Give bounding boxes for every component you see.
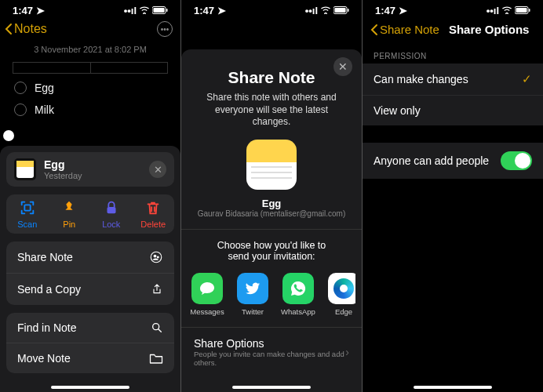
modal-title: Share Note — [192, 68, 351, 87]
screen-share-options: 1:47➤ ••ıl Share Note Share Options Perm… — [363, 0, 543, 392]
app-label: Edge — [335, 307, 352, 316]
share-modal: ✕ Share Note Share this note with others… — [181, 49, 362, 392]
permission-group: Can make changes✓ View only — [363, 64, 543, 125]
home-indicator[interactable] — [232, 386, 311, 389]
svg-point-10 — [157, 256, 159, 259]
note-timestamp: 3 November 2021 at 8:02 PM — [0, 40, 180, 59]
edge-icon — [333, 278, 354, 299]
move-label: Move Note — [17, 352, 71, 365]
share-note-row[interactable]: Share Note — [6, 241, 174, 274]
move-note-row[interactable]: Move Note — [6, 343, 174, 373]
checklist-label: Egg — [35, 82, 54, 94]
pin-button[interactable]: Pin — [49, 199, 91, 229]
edge-app[interactable]: Edge — [324, 273, 355, 316]
wifi-icon — [320, 5, 331, 16]
note-thumb-icon — [14, 158, 36, 180]
whatsapp-icon — [289, 279, 308, 298]
checkbox-icon[interactable] — [14, 103, 27, 116]
share-note-label: Share Note — [17, 251, 73, 263]
search-icon — [151, 321, 163, 334]
quick-actions: Scan Pin Lock Delete — [6, 194, 174, 234]
status-bar: 1:47➤ ••ıl — [0, 0, 180, 18]
back-button[interactable]: Share Note — [370, 23, 439, 36]
send-copy-label: Send a Copy — [17, 283, 81, 296]
back-button[interactable]: Notes — [5, 22, 47, 36]
anyone-add-toggle[interactable] — [501, 151, 532, 170]
battery-icon — [333, 5, 349, 16]
whatsapp-app[interactable]: WhatsApp — [279, 273, 318, 316]
status-bar: 1:47➤ ••ıl — [181, 0, 362, 18]
screen-share-note: 1:47➤ ••ıl ✕ Share Note Share this note … — [181, 0, 362, 392]
status-time: 1:47 — [194, 5, 214, 16]
share-apps-row: Messages Twitter WhatsApp Edge — [188, 268, 355, 322]
perm-can-change-row[interactable]: Can make changes✓ — [363, 64, 543, 96]
signal-icon: ••ıl — [305, 5, 318, 16]
lock-button[interactable]: Lock — [90, 199, 133, 229]
scan-button[interactable]: Scan — [6, 199, 49, 229]
sheet-header: Egg Yesterday ✕ — [6, 152, 174, 187]
status-time: 1:47 — [375, 5, 395, 16]
perm-view-only-label: View only — [374, 104, 421, 117]
back-label: Share Note — [380, 23, 439, 36]
screen-note-contextmenu: 1:47➤ ••ıl Notes ••• 3 November 2021 at … — [0, 0, 180, 392]
wifi-icon — [139, 5, 150, 16]
anyone-add-row: Anyone can add people — [363, 143, 543, 179]
app-label: Twitter — [242, 307, 264, 316]
collaborate-icon — [149, 250, 163, 264]
empty-table — [13, 62, 168, 74]
svg-rect-16 — [516, 8, 527, 13]
home-indicator[interactable] — [51, 386, 129, 389]
perm-view-only-row[interactable]: View only — [363, 96, 543, 125]
back-label: Notes — [14, 22, 47, 36]
page-title: Share Options — [449, 23, 530, 36]
checklist-item[interactable]: Egg — [0, 77, 180, 99]
status-bar: 1:47➤ ••ıl — [363, 0, 543, 18]
sheet-title: Egg — [44, 158, 82, 171]
status-time: 1:47 — [13, 5, 33, 16]
share-icon — [151, 282, 163, 296]
share-options-subtitle: People you invite can make changes and a… — [194, 350, 345, 367]
close-button[interactable]: ✕ — [149, 161, 166, 178]
close-button[interactable]: ✕ — [333, 57, 352, 76]
playback-slider[interactable] — [3, 130, 180, 141]
note-name: Egg — [192, 198, 351, 209]
svg-rect-2 — [166, 9, 168, 12]
share-options-row[interactable]: Share Options People you invite can make… — [192, 332, 351, 372]
sheet-subtitle: Yesterday — [44, 171, 82, 180]
lock-label: Lock — [102, 220, 120, 229]
scan-label: Scan — [17, 220, 37, 229]
note-owner: Gaurav Bidasaria (mentaliser@gmail.com) — [192, 209, 351, 218]
checklist-item[interactable]: Milk — [0, 99, 180, 121]
checkmark-icon: ✓ — [522, 72, 532, 86]
delete-button[interactable]: Delete — [133, 199, 175, 229]
messages-icon — [198, 279, 217, 298]
permission-header: Permission — [363, 41, 543, 64]
delete-label: Delete — [140, 220, 166, 229]
find-label: Find in Note — [17, 321, 76, 334]
battery-icon — [515, 5, 530, 16]
app-label: WhatsApp — [281, 307, 315, 316]
share-group: Share Note Send a Copy — [6, 241, 174, 305]
checkbox-icon[interactable] — [14, 82, 27, 94]
find-move-group: Find in Note Move Note — [6, 313, 174, 373]
svg-rect-13 — [335, 8, 346, 13]
anyone-add-label: Anyone can add people — [374, 154, 489, 167]
svg-rect-17 — [529, 9, 530, 12]
home-indicator[interactable] — [414, 386, 492, 389]
signal-icon: ••ıl — [124, 5, 137, 16]
pin-label: Pin — [63, 220, 75, 229]
more-icon[interactable]: ••• — [157, 21, 173, 37]
find-in-note-row[interactable]: Find in Note — [6, 313, 174, 343]
svg-rect-1 — [154, 8, 165, 13]
send-copy-row[interactable]: Send a Copy — [6, 274, 174, 305]
svg-rect-14 — [348, 9, 349, 12]
share-options-title: Share Options — [194, 337, 345, 350]
location-icon: ➤ — [36, 5, 45, 16]
app-label: Messages — [190, 307, 224, 316]
notes-app-icon — [246, 140, 297, 190]
svg-rect-5 — [16, 161, 34, 167]
anyone-add-group: Anyone can add people — [363, 143, 543, 179]
messages-app[interactable]: Messages — [188, 273, 227, 316]
twitter-icon — [244, 280, 261, 297]
twitter-app[interactable]: Twitter — [233, 273, 272, 316]
